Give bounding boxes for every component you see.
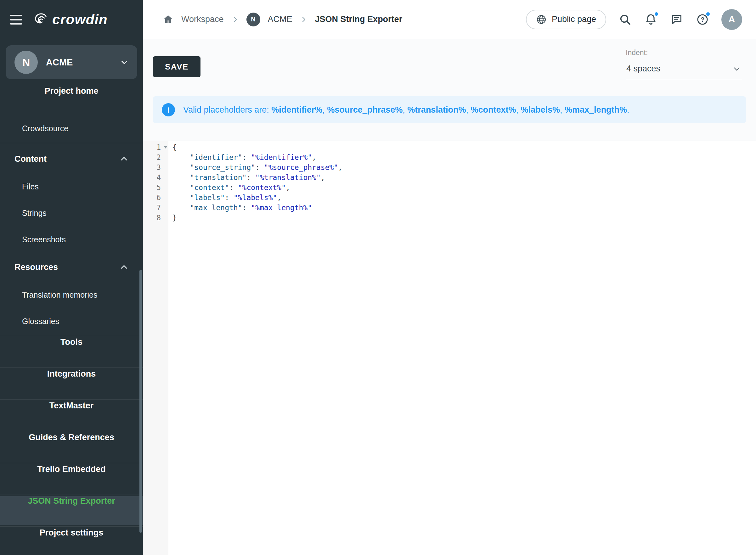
- sidebar-item-label: Strings: [22, 209, 47, 218]
- line-number: 3: [143, 162, 168, 172]
- sidebar-item-screenshots[interactable]: Screenshots: [0, 226, 143, 253]
- sidebar-item-label: Tools: [60, 337, 82, 347]
- breadcrumb-page-title: JSON String Exporter: [315, 14, 403, 24]
- sidebar-item-label: Guides & References: [29, 433, 114, 442]
- breadcrumb: Workspace N ACME JSON String Exporter: [162, 12, 402, 27]
- crowdin-logo[interactable]: crowdin: [32, 11, 108, 28]
- sidebar-item-guides-references[interactable]: Guides & References: [0, 433, 143, 462]
- sidebar-item-glossaries[interactable]: Glossaries: [0, 308, 143, 335]
- app: crowdin N ACME Project homeCrowdsourceCo…: [0, 0, 756, 555]
- sidebar-item-label: Integrations: [47, 369, 96, 379]
- info-icon: i: [162, 103, 175, 117]
- sidebar-item-label: Content: [14, 154, 47, 164]
- sidebar-item-label: Screenshots: [22, 235, 66, 244]
- sidebar-item-label: Files: [22, 182, 39, 191]
- topbar: Workspace N ACME JSON String Exporter: [143, 0, 756, 39]
- user-avatar[interactable]: A: [721, 9, 742, 30]
- chevron-right-icon: [231, 16, 239, 23]
- line-number: 7: [143, 203, 168, 213]
- notifications-button[interactable]: [644, 12, 658, 27]
- sidebar-item-label: TextMaster: [49, 401, 94, 411]
- sidebar-divider: [0, 431, 143, 431]
- sidebar-item-label: Resources: [14, 262, 58, 272]
- code-line: "context": "%context%",: [172, 182, 756, 193]
- chevron-up-icon: [120, 263, 128, 271]
- search-icon: [619, 13, 631, 26]
- breadcrumb-project[interactable]: ACME: [268, 14, 292, 24]
- code-line: "source_string": "%source_phrase%",: [172, 162, 756, 172]
- line-number: 1: [143, 142, 168, 152]
- home-icon[interactable]: [162, 14, 174, 25]
- chevron-down-icon: [733, 65, 741, 73]
- help-button[interactable]: ?: [696, 12, 709, 27]
- sidebar-item-project-home[interactable]: Project home: [0, 86, 143, 115]
- chevron-up-icon: [120, 155, 128, 163]
- editor-gutter: 12345678: [143, 141, 168, 555]
- sidebar-item-textmaster[interactable]: TextMaster: [0, 401, 143, 430]
- indent-label: Indent:: [626, 48, 742, 57]
- line-number: 4: [143, 172, 168, 182]
- save-button[interactable]: SAVE: [153, 56, 201, 77]
- main-area: Workspace N ACME JSON String Exporter: [143, 0, 756, 555]
- sidebar-item-project-settings[interactable]: Project settings: [0, 528, 143, 555]
- sidebar-item-label: Project settings: [40, 528, 103, 538]
- sidebar-item-json-string-exporter[interactable]: JSON String Exporter: [0, 496, 143, 525]
- sidebar-item-files[interactable]: Files: [0, 173, 143, 200]
- sidebar-scrollbar[interactable]: [139, 270, 142, 533]
- chevron-right-icon: [300, 16, 307, 23]
- breadcrumb-workspace[interactable]: Workspace: [181, 14, 224, 24]
- search-button[interactable]: [618, 12, 632, 27]
- help-notification-dot: [705, 11, 711, 17]
- editor-ruler: [534, 141, 534, 555]
- sidebar-item-label: JSON String Exporter: [28, 496, 115, 506]
- sidebar-divider: [0, 463, 143, 463]
- sidebar-item-translation-memories[interactable]: Translation memories: [0, 282, 143, 308]
- sidebar-item-crowdsource[interactable]: Crowdsource: [0, 115, 143, 141]
- sidebar-divider: [0, 368, 143, 368]
- sidebar-divider: [0, 399, 143, 399]
- sidebar-divider: [0, 143, 143, 143]
- globe-icon: [536, 14, 547, 25]
- sidebar-item-tools[interactable]: Tools: [0, 337, 143, 366]
- public-page-label: Public page: [552, 14, 596, 24]
- sidebar-header: crowdin: [0, 0, 143, 39]
- sidebar-item-content[interactable]: Content: [0, 144, 143, 173]
- topbar-actions: Public page: [526, 9, 742, 30]
- crowdin-logo-icon: [32, 11, 48, 28]
- chevron-down-icon: [120, 58, 128, 67]
- public-page-button[interactable]: Public page: [526, 10, 606, 29]
- crowdin-logo-text: crowdin: [52, 12, 108, 27]
- code-line: "translation": "%translation%",: [172, 172, 756, 182]
- sidebar-item-strings[interactable]: Strings: [0, 200, 143, 226]
- sidebar: crowdin N ACME Project homeCrowdsourceCo…: [0, 0, 143, 555]
- indent-select[interactable]: 4 spaces: [626, 62, 742, 79]
- sidebar-item-resources[interactable]: Resources: [0, 253, 143, 282]
- sidebar-item-trello-embedded[interactable]: Trello Embedded: [0, 464, 143, 493]
- sidebar-item-integrations[interactable]: Integrations: [0, 369, 143, 398]
- line-number: 8: [143, 213, 168, 223]
- notification-dot: [654, 11, 659, 17]
- content-toolbar: SAVE Indent: 4 spaces i Valid placeholde…: [143, 39, 756, 141]
- code-editor[interactable]: 12345678 { "identifier": "%identifier%",…: [143, 141, 756, 555]
- code-line: "labels": "%labels%",: [172, 193, 756, 203]
- line-number: 6: [143, 193, 168, 203]
- editor-code[interactable]: { "identifier": "%identifier%", "source_…: [168, 141, 756, 555]
- sidebar-divider: [0, 495, 143, 495]
- sidebar-item-label: Trello Embedded: [37, 464, 106, 474]
- workspace-avatar: N: [14, 51, 38, 74]
- workspace-selector[interactable]: N ACME: [6, 45, 137, 79]
- banner-text: Valid placeholders are: %identifier%, %s…: [183, 105, 629, 115]
- workspace-name: ACME: [46, 57, 112, 68]
- messages-button[interactable]: [670, 12, 684, 27]
- sidebar-nav: Project homeCrowdsourceContentFilesStrin…: [0, 83, 143, 555]
- sidebar-item-label: Project home: [44, 86, 98, 96]
- code-line: }: [172, 213, 756, 223]
- svg-text:?: ?: [701, 16, 704, 23]
- indent-value: 4 spaces: [626, 64, 660, 74]
- content: SAVE Indent: 4 spaces i Valid placeholde…: [143, 39, 756, 555]
- code-line: "identifier": "%identifier%",: [172, 152, 756, 162]
- fold-arrow-icon[interactable]: [164, 146, 167, 148]
- breadcrumb-project-avatar: N: [246, 12, 260, 27]
- line-number: 5: [143, 182, 168, 193]
- hamburger-icon[interactable]: [9, 13, 23, 27]
